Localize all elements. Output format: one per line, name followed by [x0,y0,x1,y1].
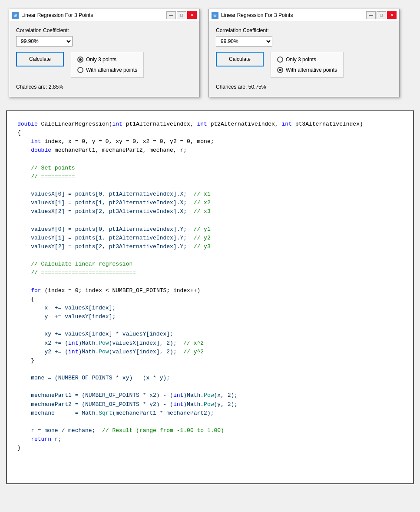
code-line: int index, x = 0, y = 0, xy = 0, x2 = 0,… [17,137,403,146]
code-line [17,418,403,426]
code-line: // ========== [17,173,403,181]
window-icon: ⊞ [12,12,19,19]
window-content: Correlation Coefficient:99.90%CalculateO… [209,21,399,97]
window-icon: ⊞ [212,12,218,19]
radio-circle [77,57,83,63]
correlation-label: Correlation Coefficient: [216,27,392,33]
radio-label: With alternative points [286,67,337,73]
code-line: valuesX[1] = points[1, pt2AlternativeInd… [17,199,403,207]
correlation-dropdown[interactable]: 99.90% [216,36,272,47]
window-1: ⊞Linear Regression For 3 Points—□✕Correl… [9,9,200,97]
code-line [17,321,403,330]
correlation-dropdown[interactable]: 99.90% [16,36,73,47]
code-line: valuesY[1] = points[1, pt2AlternativeInd… [17,234,403,243]
code-line [17,251,403,260]
correlation-label: Correlation Coefficient: [16,27,192,33]
window-controls: —□✕ [166,11,197,19]
code-line: valuesX[0] = points[0, pt1AlternativeInd… [17,190,403,199]
code-line: x += valuesX[index]; [17,304,403,313]
maximize-button[interactable]: □ [177,11,186,19]
radio-option-1[interactable]: Only 3 points [77,57,137,63]
radio-option-2[interactable]: With alternative points [77,67,137,73]
radio-circle [277,57,283,63]
radio-option-1[interactable]: Only 3 points [277,57,337,63]
chances-text: Chances are: 2.85% [16,84,192,90]
calculate-button[interactable]: Calculate [16,52,64,66]
code-line: // Set points [17,164,403,173]
main-row: CalculateOnly 3 pointsWith alternative p… [16,52,192,78]
code-line: mechanePart2 = (NUMBER_OF_POINTS * y2) -… [17,400,403,409]
window-content: Correlation Coefficient:99.90%CalculateO… [9,21,199,97]
window-title: Linear Regression For 3 Points [21,12,166,18]
code-line [17,155,403,164]
code-line [17,382,403,391]
calculate-button[interactable]: Calculate [216,52,264,66]
code-line: r = mone / mechane; // Result (range fro… [17,426,403,435]
close-button[interactable]: ✕ [387,11,397,19]
code-line: y += valuesY[index]; [17,313,403,321]
code-line: return r; [17,435,403,444]
radio-circle [77,67,83,73]
chances-text: Chances are: 50.75% [216,84,392,90]
main-row: CalculateOnly 3 pointsWith alternative p… [216,52,392,78]
minimize-button[interactable]: — [366,11,376,19]
radio-option-2[interactable]: With alternative points [277,67,337,73]
top-area: ⊞Linear Regression For 3 Points—□✕Correl… [0,0,420,106]
code-line: } [17,444,403,452]
code-line: xy += valuesX[index] * valuesY[index]; [17,330,403,339]
code-line: valuesX[2] = points[2, pt3AlternativeInd… [17,207,403,216]
code-line: { [17,129,403,137]
code-editor: double CalcLinearRegression(int pt1Alter… [6,110,414,484]
code-line: y2 += (int)Math.Pow(valuesY[index], 2); … [17,348,403,356]
radio-group: Only 3 pointsWith alternative points [71,52,144,78]
radio-label: With alternative points [86,67,137,73]
code-line: x2 += (int)Math.Pow(valuesX[index], 2); … [17,339,403,348]
code-line: for (index = 0; index < NUMBER_OF_POINTS… [17,286,403,295]
code-line: double CalcLinearRegression(int pt1Alter… [17,120,403,129]
code-line [17,181,403,190]
radio-label: Only 3 points [86,57,116,63]
titlebar-1: ⊞Linear Regression For 3 Points—□✕ [9,9,199,21]
window-2: ⊞Linear Regression For 3 Points—□✕Correl… [208,9,400,97]
code-line: valuesY[0] = points[0, pt1AlternativeInd… [17,225,403,234]
code-line [17,216,403,225]
radio-group: Only 3 pointsWith alternative points [271,52,344,78]
code-line: // Calculate linear regression [17,260,403,269]
minimize-button[interactable]: — [166,11,176,19]
code-line: double mechanePart1, mechanePart2, mecha… [17,146,403,155]
radio-label: Only 3 points [286,57,316,63]
close-button[interactable]: ✕ [187,11,197,19]
code-line: } [17,356,403,365]
code-line: mechane = Math.Sqrt(mechanePart1 * mecha… [17,409,403,418]
code-line: valuesY[2] = points[2, pt3AlternativeInd… [17,243,403,251]
code-line [17,365,403,374]
code-line: { [17,295,403,304]
window-title: Linear Regression For 3 Points [221,12,366,18]
window-controls: —□✕ [366,11,397,19]
code-line [17,278,403,286]
titlebar-2: ⊞Linear Regression For 3 Points—□✕ [209,9,399,21]
code-line: mechanePart1 = (NUMBER_OF_POINTS * x2) -… [17,391,403,400]
code-line: // ============================ [17,269,403,277]
radio-circle [277,67,283,73]
maximize-button[interactable]: □ [377,11,386,19]
code-line: mone = (NUMBER_OF_POINTS * xy) - (x * y)… [17,374,403,382]
